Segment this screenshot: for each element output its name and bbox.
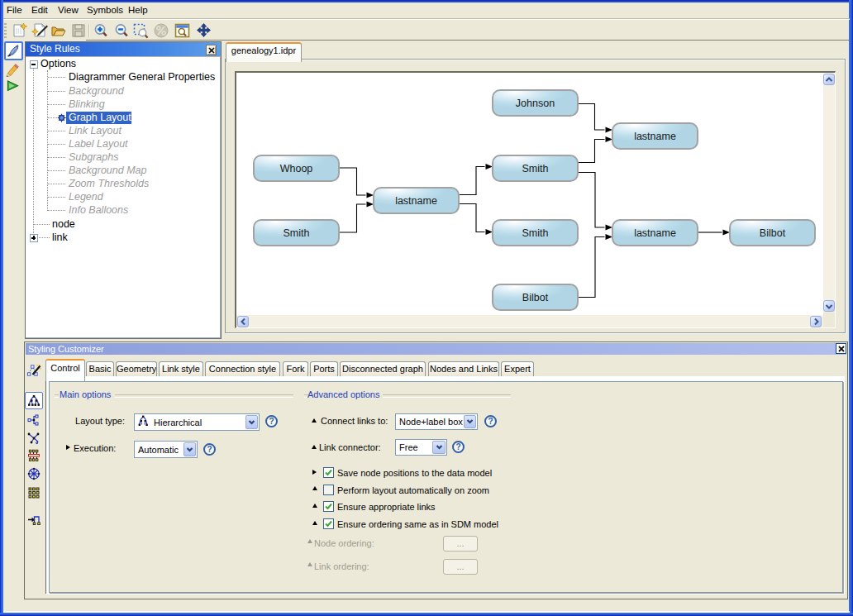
svg-text:Bilbot: Bilbot <box>760 227 786 239</box>
svg-text:Smith: Smith <box>522 227 549 239</box>
svg-text:Smith: Smith <box>284 227 310 239</box>
svg-text:Johnson: Johnson <box>516 98 555 109</box>
svg-text:lastname: lastname <box>634 227 676 239</box>
svg-text:lastname: lastname <box>395 195 437 207</box>
svg-text:Smith: Smith <box>522 163 549 174</box>
svg-text:Whoop: Whoop <box>280 163 313 174</box>
svg-text:Bilbot: Bilbot <box>522 292 549 303</box>
svg-text:lastname: lastname <box>634 131 676 142</box>
